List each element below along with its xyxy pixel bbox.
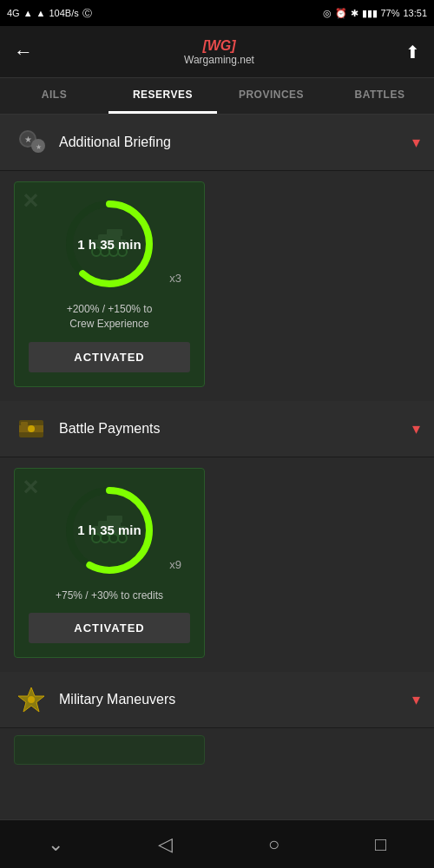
timer-value: 1 h 35 min [77,237,141,252]
activated-button-2[interactable]: ACTIVATED [29,613,190,643]
svg-text:★: ★ [36,143,42,151]
card-bonus-text: +200% / +150% toCrew Experience [29,302,190,332]
military-maneuvers-card-partial [14,735,205,765]
bottom-nav: ⌄ ◁ ○ □ [0,819,434,868]
section-header-battle-payments[interactable]: Battle Payments ▾ [0,401,434,457]
main-content: ★ ★ Additional Briefing ▾ ✕ [0,115,434,835]
svg-rect-22 [107,516,122,523]
military-maneuvers-area [0,728,434,780]
camera-icon: Ⓒ [82,7,92,20]
status-bar: 4G ▲ ▲ 104B/s Ⓒ ◎ ⏰ ✱ ▮▮▮ 77% 13:51 [0,0,434,26]
additional-briefing-chevron: ▾ [412,133,420,152]
timer-text: 1 h 35 min [77,237,141,252]
time: 13:51 [403,8,427,18]
additional-briefing-area: ✕ 1 h 35 min [0,171,434,401]
bluetooth-icon: ✱ [351,8,358,19]
battery-icon: ▮▮▮ 77% [362,8,399,19]
svg-rect-9 [107,229,122,236]
svg-text:★: ★ [24,135,32,144]
header-title: [WG] Wargaming.net [184,38,254,66]
header: ← [WG] Wargaming.net ⬆ [0,26,434,78]
timer-multiplier-2: x9 [169,558,181,571]
signal-icon: ▲ [23,8,33,18]
additional-briefing-title: Additional Briefing [59,135,412,150]
eye-icon: ◎ [323,8,332,19]
signal-icon-2: ▲ [36,8,46,18]
nav-square[interactable]: □ [358,826,404,863]
military-maneuvers-chevron: ▾ [412,690,420,709]
activated-button-1[interactable]: ACTIVATED [29,342,190,372]
military-maneuvers-title: Military Maneuvers [59,692,412,707]
status-right: ◎ ⏰ ✱ ▮▮▮ 77% 13:51 [323,8,427,19]
additional-briefing-card: ✕ 1 h 35 min [14,181,205,387]
network-indicator: 4G [7,8,20,18]
battle-payments-area: ✕ 1 h 35 min x9 [0,457,434,673]
timer-circle-container-2: 1 h 35 min x9 [29,483,190,578]
nav-home[interactable]: ○ [251,826,297,863]
status-left: 4G ▲ ▲ 104B/s Ⓒ [7,7,92,20]
tab-reserves[interactable]: RESERVES [108,78,217,114]
subtitle-label: Wargaming.net [184,54,254,66]
nav-chevron-down[interactable]: ⌄ [30,826,81,863]
tab-provinces[interactable]: PROVINCES [217,78,326,114]
share-button[interactable]: ⬆ [405,42,420,62]
tabs-bar: AILS RESERVES PROVINCES BATTLES [0,78,434,115]
tab-battles[interactable]: BATTLES [326,78,434,114]
alarm-icon: ⏰ [335,8,347,19]
battle-payments-card: ✕ 1 h 35 min x9 [14,468,205,659]
battle-payments-title: Battle Payments [59,421,412,437]
battle-payments-chevron: ▾ [412,419,420,438]
timer-value-2: 1 h 35 min [77,523,141,537]
svg-rect-17 [21,422,28,425]
battle-payments-icon [14,411,49,446]
data-speed: 104B/s [49,8,78,18]
brand-label: [WG] [184,38,254,54]
additional-briefing-icon: ★ ★ [14,125,49,160]
timer-circle-container: 1 h 35 min x3 [29,196,190,292]
section-header-additional-briefing[interactable]: ★ ★ Additional Briefing ▾ [0,115,434,171]
section-header-military-maneuvers[interactable]: Military Maneuvers ▾ [0,672,434,728]
svg-point-29 [28,696,35,703]
military-maneuvers-icon [14,682,49,717]
svg-point-16 [28,425,35,432]
nav-back[interactable]: ◁ [141,826,190,863]
tab-details[interactable]: AILS [0,78,108,114]
timer-multiplier: x3 [169,272,181,285]
card-bonus-text-2: +75% / +30% to credits [29,589,190,603]
back-button[interactable]: ← [14,41,33,63]
timer-text-2: 1 h 35 min [77,523,141,537]
